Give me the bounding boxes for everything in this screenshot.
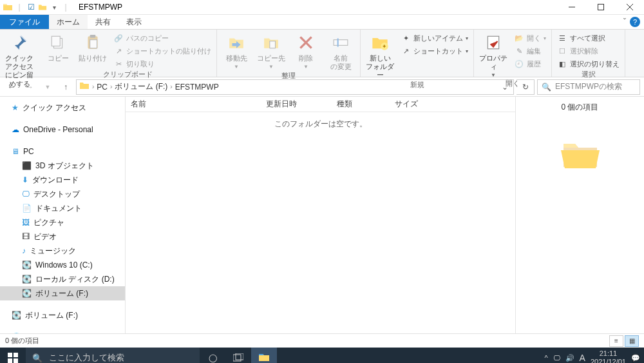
svg-rect-1 bbox=[598, 5, 603, 10]
cut-button[interactable]: ✂切り取り bbox=[112, 58, 213, 70]
rename-button[interactable]: 名前 の変更 bbox=[325, 31, 356, 71]
download-icon: ⬇ bbox=[22, 175, 28, 184]
tab-view[interactable]: 表示 bbox=[118, 15, 149, 29]
delete-button[interactable]: 削除▼ bbox=[290, 31, 321, 70]
qat-separator: | bbox=[14, 2, 24, 12]
sidebar-desktop[interactable]: 🖵デスクトップ bbox=[0, 187, 125, 201]
search-icon: 🔍 bbox=[32, 353, 43, 363]
close-button[interactable] bbox=[615, 0, 644, 15]
copy-to-button[interactable]: コピー先▼ bbox=[256, 31, 287, 70]
addr-dropdown-icon[interactable]: ⌄ bbox=[499, 83, 511, 92]
svg-rect-17 bbox=[8, 353, 12, 357]
pin-icon bbox=[9, 32, 30, 53]
sidebar-fdrive[interactable]: 💽ボリューム (F:) bbox=[0, 286, 125, 300]
cloud-icon: ☁ bbox=[12, 125, 19, 134]
col-date[interactable]: 更新日時 bbox=[261, 97, 332, 112]
taskbar-explorer[interactable] bbox=[251, 348, 277, 363]
back-button[interactable]: ← bbox=[4, 79, 19, 95]
svg-rect-20 bbox=[14, 358, 18, 363]
sidebar-pc[interactable]: 🖥PC bbox=[0, 144, 125, 159]
start-button[interactable] bbox=[0, 348, 26, 363]
crumb-pc[interactable]: PC bbox=[97, 83, 108, 92]
empty-folder-message: このフォルダーは空です。 bbox=[126, 112, 515, 130]
new-folder-button[interactable]: ✦新しい フォルダー bbox=[365, 31, 395, 80]
tray-ime-icon[interactable]: A bbox=[580, 353, 585, 363]
sidebar: ★クイック アクセス ☁OneDrive - Personal 🖥PC ⬛3D … bbox=[0, 97, 126, 333]
history-button[interactable]: 🕘履歴 bbox=[513, 58, 547, 70]
sidebar-ddrive[interactable]: 💽ローカル ディスク (D:) bbox=[0, 272, 125, 286]
edit-button[interactable]: ✎編集 bbox=[513, 45, 547, 57]
sidebar-onedrive[interactable]: ☁OneDrive - Personal bbox=[0, 123, 125, 137]
sidebar-fdrive2[interactable]: 💽ボリューム (F:) bbox=[0, 308, 125, 322]
qat-newfolder-icon[interactable] bbox=[37, 2, 48, 12]
col-name[interactable]: 名前 bbox=[126, 97, 261, 112]
up-button[interactable]: ↑ bbox=[58, 79, 73, 95]
search-input[interactable]: 🔍 EFSTMPWPの検索 bbox=[537, 79, 640, 95]
open-button[interactable]: 📂開く ▾ bbox=[513, 32, 547, 44]
documents-icon: 📄 bbox=[22, 204, 32, 213]
move-to-button[interactable]: 移動先▼ bbox=[221, 31, 252, 70]
taskbar-search[interactable]: 🔍ここに入力して検索 bbox=[26, 348, 200, 363]
qat-properties-icon[interactable]: ☑ bbox=[26, 2, 36, 12]
copy-path-button[interactable]: 🔗パスのコピー bbox=[112, 32, 213, 44]
tray-volume-icon[interactable]: 🔊 bbox=[565, 354, 574, 362]
new-item-icon: ✦ bbox=[401, 33, 411, 43]
col-size[interactable]: サイズ bbox=[390, 97, 441, 112]
preview-pane: 0 個の項目 bbox=[515, 97, 644, 333]
tray-display-icon[interactable]: 🖵 bbox=[553, 354, 560, 362]
tab-home[interactable]: ホーム bbox=[49, 15, 88, 29]
sidebar-documents[interactable]: 📄ドキュメント bbox=[0, 201, 125, 215]
tray-overflow-icon[interactable]: ^ bbox=[544, 354, 547, 362]
sidebar-downloads[interactable]: ⬇ダウンロード bbox=[0, 173, 125, 187]
properties-button[interactable]: プロパティ▼ bbox=[478, 31, 509, 79]
chevron-right-icon[interactable]: › bbox=[110, 83, 112, 90]
column-headers: 名前 更新日時 種類 サイズ bbox=[126, 97, 515, 112]
paste-shortcut-button[interactable]: ↗ショートカットの貼り付け bbox=[112, 45, 213, 57]
paste-button[interactable]: 貼り付け bbox=[77, 31, 108, 63]
chevron-right-icon[interactable]: › bbox=[92, 83, 94, 90]
help-icon[interactable]: ? bbox=[630, 17, 640, 27]
sidebar-network[interactable]: 🌐ネットワーク bbox=[0, 330, 125, 333]
address-bar[interactable]: › PC › ボリューム (F:) › EFSTMPWP ⌄ bbox=[76, 79, 514, 95]
col-type[interactable]: 種類 bbox=[332, 97, 390, 112]
ribbon-collapse-icon[interactable]: ˇ bbox=[623, 17, 626, 26]
sidebar-pictures[interactable]: 🖼ピクチャ bbox=[0, 215, 125, 230]
sidebar-videos[interactable]: 🎞ビデオ bbox=[0, 230, 125, 244]
tray-notifications-icon[interactable]: 💬 bbox=[631, 354, 640, 362]
sidebar-3dobjects[interactable]: ⬛3D オブジェクト bbox=[0, 159, 125, 173]
new-item-button[interactable]: ✦新しいアイテム ▾ bbox=[399, 32, 469, 44]
copy-button[interactable]: コピー bbox=[43, 31, 73, 63]
drive-icon: 💽 bbox=[22, 289, 32, 298]
recent-dropdown[interactable]: ▼ bbox=[40, 79, 55, 95]
search-icon: 🔍 bbox=[542, 83, 551, 92]
sidebar-cdrive[interactable]: 💽Windows 10 (C:) bbox=[0, 258, 125, 272]
select-all-button[interactable]: ☰すべて選択 bbox=[556, 32, 621, 44]
maximize-button[interactable] bbox=[586, 0, 615, 15]
new-shortcut-button[interactable]: ↗ショートカット ▾ bbox=[399, 45, 469, 57]
taskbar-cortana[interactable]: ◯ bbox=[200, 348, 225, 363]
taskbar-clock[interactable]: 21:11 2021/12/01 bbox=[591, 349, 626, 363]
qat-dropdown-icon[interactable]: ▾ bbox=[49, 2, 59, 12]
select-invert-button[interactable]: ◧選択の切り替え bbox=[556, 58, 621, 70]
view-details-button[interactable]: ≡ bbox=[609, 335, 623, 347]
svg-rect-18 bbox=[14, 353, 18, 357]
paste-icon bbox=[82, 32, 103, 53]
taskbar-taskview[interactable] bbox=[225, 348, 251, 363]
edit-icon: ✎ bbox=[514, 46, 524, 56]
tab-share[interactable]: 共有 bbox=[88, 15, 118, 29]
crumb-volume[interactable]: ボリューム (F:) bbox=[115, 81, 167, 92]
minimize-button[interactable] bbox=[557, 0, 586, 15]
select-none-button[interactable]: ☐選択解除 bbox=[556, 45, 621, 57]
cut-icon: ✂ bbox=[113, 59, 124, 69]
qat-sep2: | bbox=[61, 2, 71, 12]
crumb-folder[interactable]: EFSTMPWP bbox=[175, 83, 219, 92]
sidebar-quick-access[interactable]: ★クイック アクセス bbox=[0, 101, 125, 115]
refresh-button[interactable]: ↻ bbox=[516, 79, 535, 95]
network-icon: 🌐 bbox=[12, 333, 21, 333]
view-icons-button[interactable]: ▦ bbox=[625, 335, 639, 347]
chevron-right-icon[interactable]: › bbox=[170, 83, 172, 90]
forward-button[interactable]: → bbox=[22, 79, 37, 95]
drive-icon: 💽 bbox=[22, 275, 32, 284]
sidebar-music[interactable]: ♪ミュージック bbox=[0, 244, 125, 258]
tab-file[interactable]: ファイル bbox=[0, 15, 49, 29]
